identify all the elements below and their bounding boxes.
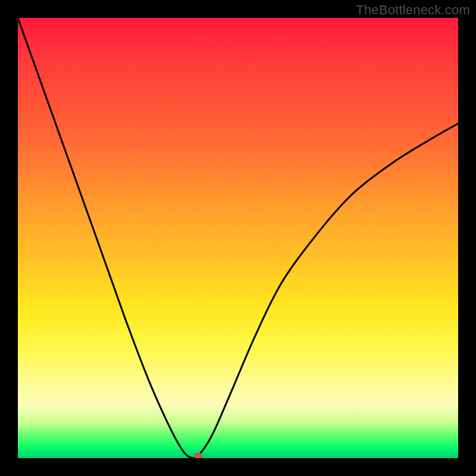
bottleneck-curve [18, 18, 458, 458]
attribution-text: TheBottleneck.com [356, 2, 470, 18]
optimal-point-marker [194, 453, 202, 458]
plot-area [18, 18, 458, 458]
chart-frame: TheBottleneck.com [0, 0, 476, 476]
